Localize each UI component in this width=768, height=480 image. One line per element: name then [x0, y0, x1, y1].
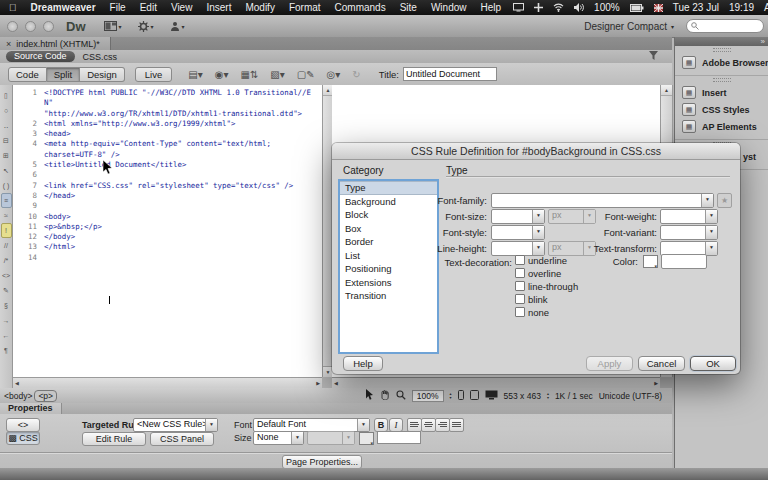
window-minimize-button[interactable]	[25, 21, 36, 32]
site-user-icon[interactable]: ▾	[170, 21, 185, 31]
category-type[interactable]: Type	[340, 181, 437, 195]
font-family-select[interactable]: ▼	[491, 193, 714, 208]
highlight-invalid-code-icon[interactable]: ≈	[1, 208, 12, 223]
split-view-button[interactable]: Split	[47, 67, 80, 82]
extend-gear-icon[interactable]: ▾	[138, 21, 154, 32]
display-icon[interactable]	[508, 3, 529, 12]
apply-comment-icon[interactable]: //	[1, 238, 12, 253]
tag-body[interactable]: <body>	[4, 391, 32, 401]
font-variant-select[interactable]: ▼	[660, 225, 718, 240]
design-view-button[interactable]: Design	[80, 67, 125, 82]
help-button[interactable]: Help	[343, 356, 383, 371]
size-select[interactable]: None▼	[253, 431, 304, 445]
indent-code-icon[interactable]: →	[1, 313, 12, 328]
line-numbers-icon[interactable]: ≡	[1, 193, 12, 208]
battery-icon[interactable]	[625, 4, 649, 12]
ok-button[interactable]: OK	[690, 356, 736, 371]
menu-item-help[interactable]: Help	[474, 0, 509, 15]
font-select[interactable]: Default Font▼	[253, 418, 370, 432]
category-transition[interactable]: Transition	[340, 289, 437, 303]
menu-item-modify[interactable]: Modify	[238, 0, 281, 15]
collapse-selection-icon[interactable]: ⊟	[1, 133, 12, 148]
code-navigator-icon[interactable]: ○	[1, 103, 12, 118]
zoom-tool-icon[interactable]	[396, 390, 406, 402]
open-documents-icon[interactable]: ▯	[1, 88, 12, 103]
window-size-stepper[interactable]: ▴▾	[547, 392, 549, 400]
visual-aids-icon[interactable]: ◎▾	[327, 69, 341, 80]
color-value-field[interactable]	[377, 431, 421, 444]
code-view-button[interactable]: Code	[8, 67, 47, 82]
menu-item-commands[interactable]: Commands	[328, 0, 393, 15]
wifi-icon[interactable]	[548, 3, 569, 12]
page-properties-button[interactable]: Page Properties...	[282, 455, 362, 469]
align-right-icon[interactable]	[435, 418, 450, 432]
panel-drag-handle[interactable]	[675, 76, 768, 84]
dock-collapse-bar[interactable]: »	[675, 37, 768, 46]
window-zoom-button[interactable]	[43, 21, 54, 32]
color-value-input[interactable]	[661, 254, 707, 269]
checkbox-line-through[interactable]	[515, 281, 525, 291]
scroll-up-icon[interactable]: ▲	[661, 85, 672, 96]
edit-rule-button[interactable]: Edit Rule	[82, 432, 146, 446]
document-title-input[interactable]	[403, 67, 497, 81]
window-size-value[interactable]: 553 x 463	[504, 391, 541, 401]
font-style-select[interactable]: ▼	[491, 225, 545, 240]
panel-button-css-styles[interactable]: ▦CSS Styles	[675, 101, 768, 118]
format-source-icon[interactable]: ¶	[1, 343, 12, 358]
checkbox-overline[interactable]	[515, 268, 525, 278]
font-list-edit-icon[interactable]: ★	[717, 193, 732, 208]
category-positioning[interactable]: Positioning	[340, 262, 437, 276]
layout-switcher-icon[interactable]: ▾	[104, 21, 122, 31]
preview-debug-icon[interactable]: ◉▾	[215, 69, 229, 80]
panel-button-ap-elements[interactable]: ▦AP Elements	[675, 118, 768, 135]
refresh-icon[interactable]: ↻	[352, 69, 360, 80]
code-editor[interactable]: 1<!DOCTYPE html PUBLIC "-//W3C//DTD XHTM…	[13, 85, 322, 377]
collapse-full-tag-icon[interactable]: ‥	[1, 118, 12, 133]
select-tool-icon[interactable]	[366, 389, 374, 402]
expand-all-icon[interactable]: ⊞	[1, 148, 12, 163]
volume-icon[interactable]	[569, 3, 589, 12]
font-weight-select[interactable]: ▼	[660, 209, 718, 224]
hand-tool-icon[interactable]	[380, 390, 390, 402]
html-mode-button[interactable]: <> HTML	[6, 418, 40, 432]
wrap-tag-icon[interactable]: <>	[1, 268, 12, 283]
balance-braces-icon[interactable]: ( )	[1, 178, 12, 193]
checkbox-blink[interactable]	[515, 294, 525, 304]
panel-button-adobe-browserlab[interactable]: ▦Adobe BrowserLab	[675, 54, 768, 71]
menu-item-edit[interactable]: Edit	[133, 0, 164, 15]
category-extensions[interactable]: Extensions	[340, 276, 437, 290]
menu-item-format[interactable]: Format	[282, 0, 328, 15]
font-size-select[interactable]: ▼	[491, 209, 545, 224]
menu-clock-time[interactable]: 19:19	[724, 2, 759, 13]
filter-related-files-icon[interactable]	[649, 51, 658, 62]
panel-drag-handle[interactable]	[675, 46, 768, 54]
code-scrollbar-horizontal[interactable]: ◀▶	[13, 377, 322, 388]
align-center-icon[interactable]	[421, 418, 436, 432]
check-compatibility-icon[interactable]: ▧▾	[270, 69, 284, 80]
menu-item-site[interactable]: Site	[393, 0, 424, 15]
remove-comment-icon[interactable]: /*	[1, 253, 12, 268]
apple-menu-icon[interactable]: 	[0, 2, 24, 13]
universal-access-icon[interactable]	[529, 3, 548, 12]
source-code-button[interactable]: Source Code	[6, 51, 75, 62]
align-left-icon[interactable]	[407, 418, 422, 432]
line-height-select[interactable]: ▼	[491, 241, 545, 256]
text-color-swatch[interactable]	[359, 432, 374, 445]
cancel-button[interactable]: Cancel	[638, 356, 685, 371]
validate-markup-icon[interactable]: ▢✎	[297, 69, 315, 80]
italic-button[interactable]: I	[389, 418, 403, 432]
color-picker-swatch[interactable]	[643, 255, 658, 268]
css-panel-button[interactable]: CSS Panel	[150, 432, 214, 446]
move-css-icon[interactable]: §	[1, 298, 12, 313]
outdent-code-icon[interactable]: ←	[1, 328, 12, 343]
design-scrollbar-horizontal[interactable]: ◀▶	[332, 377, 660, 388]
bold-button[interactable]: B	[374, 418, 388, 432]
tablet-size-icon[interactable]	[470, 390, 479, 402]
menu-item-insert[interactable]: Insert	[199, 0, 238, 15]
w3c-validation-icon[interactable]: ▦⇅	[240, 69, 258, 80]
zoom-level[interactable]: 100%	[412, 390, 444, 402]
css-mode-button[interactable]: ▩ CSS	[6, 431, 40, 445]
menu-item-file[interactable]: File	[103, 0, 133, 15]
select-parent-tag-icon[interactable]: ↖	[1, 163, 12, 178]
syntax-error-alerts-icon[interactable]: !	[1, 223, 12, 238]
